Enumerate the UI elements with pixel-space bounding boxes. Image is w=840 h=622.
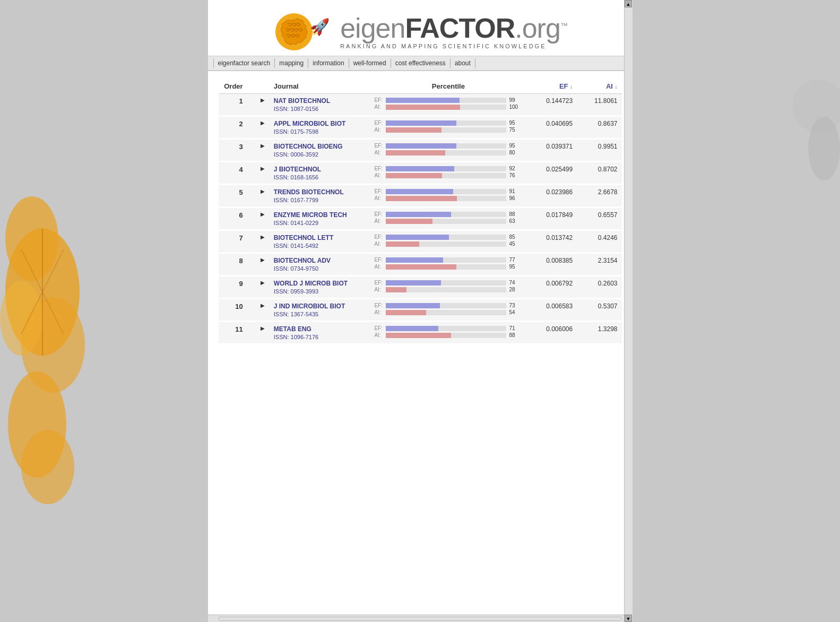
ai-sort-icon: ↓	[615, 84, 618, 90]
svg-line-6	[21, 249, 64, 334]
ef-bar-row: EF: 85	[374, 234, 522, 240]
row-percentile: EF: 88 AI: 63	[370, 208, 526, 230]
journal-issn: ISSN: 1367-5435	[274, 311, 366, 317]
journal-issn: ISSN: 1096-7176	[274, 334, 366, 340]
row-order: 9	[219, 276, 247, 299]
row-percentile: EF: 77 AI: 95	[370, 253, 526, 276]
ef-bar-container	[386, 143, 506, 149]
ai-bar-container	[386, 105, 506, 110]
ef-bar-value: 77	[509, 257, 522, 263]
row-order: 11	[219, 322, 247, 344]
nav-information[interactable]: information	[308, 58, 349, 68]
ai-bar-value: 54	[509, 309, 522, 315]
ai-bar-fill	[386, 173, 442, 178]
ai-bar-value: 96	[509, 195, 522, 201]
main-container: 🚀 eigenFACTOR.org™ RANKING AND MAPPING S…	[208, 0, 633, 622]
journal-name: J BIOTECHNOL	[274, 166, 366, 173]
ai-bar-fill	[386, 287, 406, 292]
row-expand-button[interactable]: ▶	[256, 162, 270, 185]
row-expand-button[interactable]: ▶	[256, 116, 270, 139]
nav-about[interactable]: about	[451, 58, 475, 68]
ef-bar-fill	[386, 303, 440, 308]
ef-bar-container	[386, 235, 506, 240]
ef-bar-container	[386, 326, 506, 331]
col-header-order: Order	[219, 79, 247, 94]
svg-point-3	[0, 281, 42, 356]
row-percentile: EF: 95 AI: 80	[370, 139, 526, 162]
ef-bar-value: 91	[509, 188, 522, 194]
logo-area: 🚀 eigenFACTOR.org™ RANKING AND MAPPING S…	[208, 5, 633, 56]
row-percentile: EF: 95 AI: 75	[370, 116, 526, 139]
row-journal: METAB ENG ISSN: 1096-7176	[270, 322, 370, 344]
vertical-scrollbar[interactable]: ▲ ▼	[624, 0, 633, 622]
ef-bar-label: EF:	[374, 143, 386, 149]
ef-bar-label: EF:	[374, 166, 386, 171]
scroll-up-button[interactable]: ▲	[625, 0, 632, 7]
row-expand-button[interactable]: ▶	[256, 276, 270, 299]
row-expand-button[interactable]: ▶	[256, 208, 270, 230]
col-header-ai[interactable]: AI ↓	[577, 79, 621, 94]
row-journal: BIOTECHNOL ADV ISSN: 0734-9750	[270, 253, 370, 276]
ef-bar-container	[386, 189, 506, 194]
scroll-down-button[interactable]: ▼	[625, 615, 632, 622]
ai-bar-container	[386, 264, 506, 270]
ai-bar-fill	[386, 219, 432, 224]
table-row: 9 ▶ WORLD J MICROB BIOT ISSN: 0959-3993 …	[219, 276, 622, 299]
row-expand-button[interactable]: ▶	[256, 139, 270, 162]
ef-bar-row: EF: 92	[374, 166, 522, 171]
ef-bar-value: 85	[509, 234, 522, 240]
nav-mapping[interactable]: mapping	[275, 58, 308, 68]
row-percentile: EF: 92 AI: 76	[370, 162, 526, 185]
row-order: 3	[219, 139, 247, 162]
ai-bar-fill	[386, 310, 426, 315]
nav-eigenfactor-search[interactable]: eigenfactor search	[213, 58, 275, 68]
row-expand-button[interactable]: ▶	[256, 94, 270, 116]
col-header-ef[interactable]: EF ↓	[526, 79, 577, 94]
ef-sort-icon: ↓	[570, 84, 573, 90]
table-row: 5 ▶ TRENDS BIOTECHNOL ISSN: 0167-7799 EF…	[219, 185, 622, 208]
ai-bar-fill	[386, 150, 445, 156]
ai-bar-fill	[386, 196, 457, 201]
col-header-expand	[247, 79, 270, 94]
ef-bar-label: EF:	[374, 303, 386, 308]
table-row: 11 ▶ METAB ENG ISSN: 1096-7176 EF: 71 AI…	[219, 322, 622, 344]
ef-bar-container	[386, 280, 506, 286]
journal-name: BIOTECHNOL LETT	[274, 234, 366, 241]
ef-bar-fill	[386, 189, 453, 194]
ai-bar-label: AI:	[374, 172, 386, 178]
header: 🚀 eigenFACTOR.org™ RANKING AND MAPPING S…	[208, 0, 633, 71]
ef-bar-fill	[386, 326, 438, 331]
ef-bar-row: EF: 95	[374, 120, 522, 126]
row-expand-button[interactable]: ▶	[256, 230, 270, 253]
row-expand-button[interactable]: ▶	[256, 253, 270, 276]
horizontal-scrollbar[interactable]	[208, 615, 633, 622]
svg-point-9	[792, 80, 840, 133]
row-expand-button[interactable]: ▶	[256, 185, 270, 208]
journal-issn: ISSN: 0734-9750	[274, 265, 366, 272]
journal-issn: ISSN: 0141-0229	[274, 220, 366, 226]
journal-issn: ISSN: 0006-3592	[274, 151, 366, 158]
ef-bar-row: EF: 88	[374, 211, 522, 217]
table-row: 4 ▶ J BIOTECHNOL ISSN: 0168-1656 EF: 92 …	[219, 162, 622, 185]
svg-point-7	[8, 372, 66, 478]
ef-bar-container	[386, 212, 506, 217]
ef-bar-value: 95	[509, 120, 522, 126]
ai-bar-label: AI:	[374, 127, 386, 133]
ai-bar-label: AI:	[374, 309, 386, 315]
row-ai-value: 2.3154	[577, 253, 621, 276]
rocket-icon: 🚀	[310, 18, 330, 36]
ef-bar-row: EF: 77	[374, 257, 522, 263]
nav-well-formed[interactable]: well-formed	[349, 58, 391, 68]
table-row: 10 ▶ J IND MICROBIOL BIOT ISSN: 1367-543…	[219, 299, 622, 322]
row-journal: J BIOTECHNOL ISSN: 0168-1656	[270, 162, 370, 185]
nav-cost-effectiveness[interactable]: cost effectiveness	[391, 58, 451, 68]
row-order: 4	[219, 162, 247, 185]
ai-bar-value: 100	[509, 104, 522, 110]
row-expand-button[interactable]: ▶	[256, 299, 270, 322]
row-percentile: EF: 74 AI: 28	[370, 276, 526, 299]
col-header-percentile: Percentile	[370, 79, 526, 94]
row-expand-button[interactable]: ▶	[256, 322, 270, 344]
row-order: 2	[219, 116, 247, 139]
ai-bar-label: AI:	[374, 104, 386, 110]
row-percentile: EF: 91 AI: 96	[370, 185, 526, 208]
